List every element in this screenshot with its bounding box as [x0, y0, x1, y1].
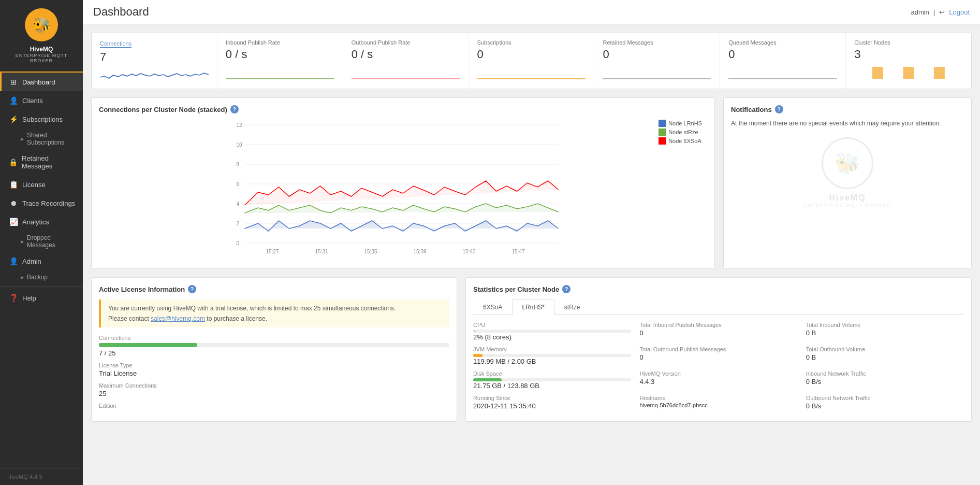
cluster-stats-help-icon[interactable]: ? [562, 285, 571, 293]
stat-cpu-bar [473, 330, 631, 333]
stat-card-connections[interactable]: Connections 7 [92, 33, 217, 89]
nav-item-subscriptions[interactable]: ⚡ Subscriptions [0, 110, 83, 129]
license-panel: Active License Information ? You are cur… [91, 277, 457, 422]
stat-card-subscriptions[interactable]: Subscriptions 0 [469, 33, 595, 89]
stat-card-value-retained: 0 [603, 48, 711, 61]
legend-item-lrnhs: Node LRnHS [659, 120, 702, 127]
stat-card-value-subscriptions: 0 [477, 48, 586, 61]
nav-item-analytics[interactable]: 📈 Analytics [0, 212, 83, 231]
license-max-connections-value: 25 [99, 390, 449, 397]
stat-total-inbound-volume-label: Total Inbound Volume [806, 322, 964, 328]
svg-text:4: 4 [237, 201, 240, 207]
legend-color-strze [659, 129, 666, 136]
license-connections-bar-fill [99, 343, 197, 347]
license-connections-row: Connections 7 / 25 [99, 335, 449, 357]
trace-recordings-icon: ⏺ [9, 199, 18, 207]
nav-sub-backup[interactable]: Backup [0, 270, 83, 284]
svg-text:2: 2 [237, 221, 240, 226]
stat-inbound-network-traffic-label: Inbound Network Traffic [806, 370, 964, 377]
license-type-label: License Type [99, 362, 449, 368]
subscriptions-sparkline [477, 64, 586, 80]
stat-disk-bar-fill [473, 378, 502, 381]
nav-item-trace-recordings[interactable]: ⏺ Trace Recordings [0, 194, 83, 212]
nav-sub-shared-subscriptions[interactable]: Shared Subscriptions [0, 129, 83, 149]
legend-color-lrnhs [659, 120, 666, 127]
stat-cpu-value: 2% (8 cores) [473, 333, 631, 341]
stat-disk-space-label: Disk Space [473, 370, 631, 377]
stat-card-title-connections: Connections [100, 40, 131, 48]
nav-label-help: Help [22, 294, 36, 302]
nav-label-clients: Clients [22, 97, 43, 105]
license-contact-email[interactable]: sales@hivemq.com [151, 315, 205, 322]
license-warning: You are currently using HiveMQ with a tr… [99, 299, 449, 327]
nav-item-admin[interactable]: 👤 Admin [0, 252, 83, 270]
license-edition-label: Edition [99, 403, 449, 409]
logout-link[interactable]: Logout [949, 8, 970, 16]
legend-color-6xsoa [659, 137, 666, 145]
watermark-sub: ENTERPRISE MQTT BROKER [803, 203, 891, 208]
stat-card-inbound-publish-rate[interactable]: Inbound Publish Rate 0 / s [217, 33, 343, 89]
stat-hivemq-version-value: 4.4.3 [639, 378, 797, 386]
stat-cpu: CPU 2% (8 cores) [473, 322, 631, 341]
notifications-title: Notifications ? [731, 105, 964, 113]
cluster-tab-strze[interactable]: stRze [554, 299, 590, 315]
page-title: Dashboard [93, 5, 149, 19]
nav-item-license[interactable]: 📋 License [0, 175, 83, 194]
license-max-connections-row: Maximum Connections 25 [99, 382, 449, 397]
queued-sparkline [728, 64, 837, 80]
stat-total-outbound-messages-label: Total Outbound Publish Messages [639, 346, 797, 352]
nav-label-dropped-messages: Dropped Messages [27, 234, 76, 249]
stat-card-title-inbound: Inbound Publish Rate [226, 39, 334, 46]
stat-total-inbound-volume-value: 0 B [806, 329, 964, 337]
stat-card-retained-messages[interactable]: Retained Messages 0 [594, 33, 720, 89]
stat-card-title-outbound: Outbound Publish Rate [352, 39, 460, 46]
svg-text:0: 0 [237, 240, 240, 246]
license-contact-suffix: to purchase a license. [207, 315, 267, 322]
stat-card-outbound-publish-rate[interactable]: Outbound Publish Rate 0 / s [343, 33, 469, 89]
nav-item-clients[interactable]: 👤 Clients [0, 91, 83, 110]
watermark-circle: 🐝 [822, 137, 873, 189]
nav-label-admin: Admin [22, 258, 41, 265]
stat-disk-space-value: 21.75 GB / 123.88 GB [473, 382, 631, 390]
nav-item-dashboard[interactable]: ⊞ Dashboard [0, 73, 83, 91]
middle-row: Connections per Cluster Node (stacked) ?… [91, 97, 972, 269]
license-help-icon[interactable]: ? [188, 285, 196, 293]
license-connections-bar-bg [99, 343, 449, 347]
nav-label-license: License [22, 181, 46, 189]
cluster-tab-6xsoa[interactable]: 6XSoA [473, 299, 512, 315]
stat-card-value-queued: 0 [728, 48, 837, 61]
cluster-tab-lrnhs[interactable]: LRnHS* [512, 299, 554, 315]
cluster-tabs: 6XSoA LRnHS* stRze [473, 299, 964, 315]
connections-chart-help-icon[interactable]: ? [230, 105, 239, 113]
sidebar: 🐝 HiveMQ ENTERPRISE MQTT BROKER ⊞ Dashbo… [0, 0, 83, 485]
clients-icon: 👤 [9, 96, 18, 105]
retained-messages-icon: 🔒 [9, 158, 18, 166]
nav-item-help[interactable]: ❓ Help [0, 289, 83, 307]
nav-sub-dropped-messages[interactable]: Dropped Messages [0, 231, 83, 252]
header: Dashboard admin | ↩ Logout [83, 0, 980, 24]
stat-jvm-memory-label: JVM Memory [473, 346, 631, 352]
stat-jvm-bar [473, 354, 631, 357]
stat-card-queued-messages[interactable]: Queued Messages 0 [720, 33, 846, 89]
legend-label-6xsoa: Node 6XSoA [668, 138, 701, 144]
svg-text:15:47: 15:47 [512, 249, 525, 254]
stat-total-outbound-volume-value: 0 B [806, 353, 964, 361]
stat-cards: Connections 7 Inbound Publish Rate 0 / s [91, 33, 972, 89]
connections-svg-chart: 12 10 8 6 4 2 0 [99, 120, 707, 260]
notifications-help-icon[interactable]: ? [775, 105, 783, 113]
nav-label-shared-subscriptions: Shared Subscriptions [27, 132, 76, 146]
nav-item-retained-messages[interactable]: 🔒 Retained Messages [0, 149, 83, 175]
subscriptions-icon: ⚡ [9, 115, 18, 123]
stat-total-outbound-volume-label: Total Outbound Volume [806, 346, 964, 352]
stat-inbound-network-traffic-value: 0 B/s [806, 378, 964, 386]
stat-outbound-network-traffic-label: Outbound Network Traffic [806, 395, 964, 401]
inbound-sparkline [226, 64, 334, 80]
version-label: HiveMQ 4.4.3 [7, 474, 42, 480]
stat-card-cluster-nodes[interactable]: Cluster Nodes 3 [846, 33, 971, 89]
sidebar-logo: 🐝 HiveMQ ENTERPRISE MQTT BROKER [0, 0, 83, 73]
help-icon: ❓ [9, 294, 18, 302]
logo-bee-icon: 🐝 [33, 17, 51, 34]
stat-hivemq-version-label: HiveMQ Version [639, 370, 797, 377]
stat-hostname-value: hivemq-5b76dc8cd7-phscc [639, 402, 797, 408]
svg-rect-7 [934, 67, 945, 79]
